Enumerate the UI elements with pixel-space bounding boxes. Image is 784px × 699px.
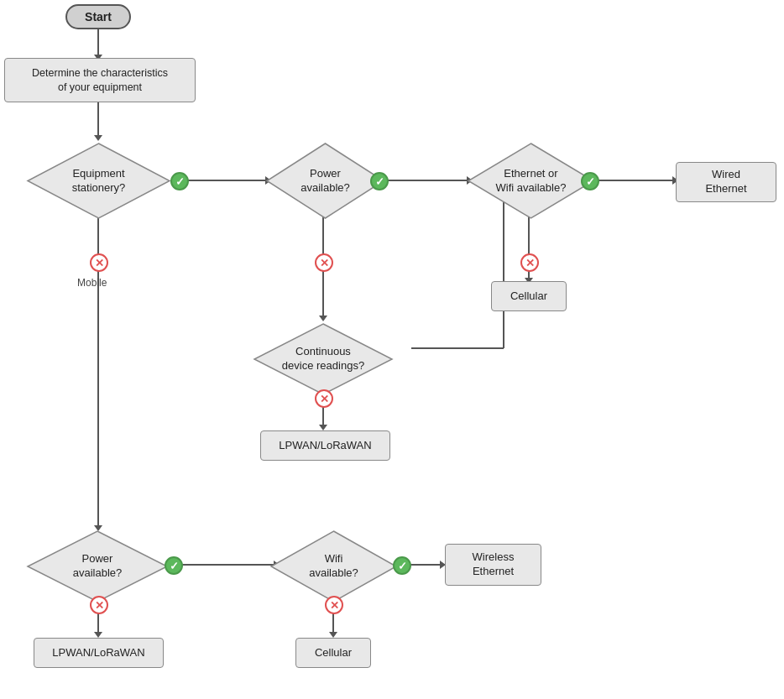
continuous-readings-label: Continuousdevice readings? [282,345,364,373]
cellular-2-node: Cellular [295,638,371,668]
check-wifi-right: ✓ [393,556,411,575]
wired-ethernet-node: WiredEthernet [676,162,776,202]
wifi-available-node: Wifiavailable? [269,529,399,604]
cellular-1-label: Cellular [510,290,547,304]
lpwan-1-node: LPWAN/LoRaWAN [260,430,390,461]
ethernet-wifi-node: Ethernet orWifi available? [466,141,596,221]
determine-node: Determine the characteristicsof your equ… [4,58,196,102]
equipment-stationary-node: Equipmentstationery? [25,141,172,221]
power-available-1-node: Poweravailable? [264,141,386,221]
x-continuous-down: ✕ [315,389,333,408]
check-power1-right: ✓ [370,172,389,190]
lpwan-2-node: LPWAN/LoRaWAN [34,638,164,668]
cellular-1-node: Cellular [491,281,567,311]
svg-marker-11 [319,316,327,321]
power-available-2-label: Poweravailable? [73,552,123,581]
svg-marker-25 [329,632,337,638]
x-power1-down: ✕ [315,253,333,272]
continuous-readings-node: Continuousdevice readings? [252,321,395,397]
x-wifi-down: ✕ [325,596,343,614]
wifi-available-label: Wifiavailable? [309,552,358,581]
svg-marker-15 [319,425,327,430]
check-equipment-right: ✓ [170,172,189,190]
determine-label: Determine the characteristicsof your equ… [32,66,168,94]
mobile-label: Mobile [77,277,107,289]
flowchart: Start Determine the characteristicsof yo… [0,0,784,699]
x-equipment-down: ✕ [90,253,108,272]
equipment-stationary-label: Equipmentstationery? [72,167,126,196]
wired-ethernet-label: WiredEthernet [705,168,746,196]
check-power2-right: ✓ [165,556,183,575]
start-node: Start [65,4,131,29]
ethernet-wifi-label: Ethernet orWifi available? [496,167,567,196]
power-available-1-label: Poweravailable? [301,167,350,196]
x-power2-down: ✕ [90,596,108,614]
lpwan-2-label: LPWAN/LoRaWAN [52,646,144,660]
lpwan-1-label: LPWAN/LoRaWAN [279,439,371,453]
power-available-2-node: Poweravailable? [25,529,170,604]
cellular-2-label: Cellular [315,646,352,660]
svg-marker-23 [94,632,102,638]
svg-marker-3 [94,135,102,141]
wireless-ethernet-node: WirelessEthernet [445,544,541,586]
start-label: Start [85,10,112,23]
x-ethernet-down: ✕ [520,253,539,272]
wireless-ethernet-label: WirelessEthernet [473,550,515,579]
check-ethernet-right: ✓ [581,172,599,190]
